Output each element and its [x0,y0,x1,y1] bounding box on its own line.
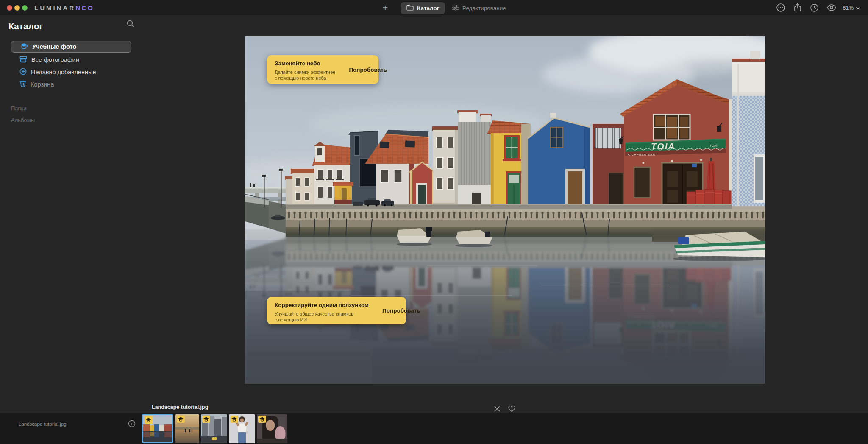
sidebar-title: Каталог [8,21,43,31]
tutorial-badge-icon [177,416,185,423]
callout-body-line1: Делайте снимки эффектнее [275,70,335,75]
share-button[interactable] [789,0,806,15]
top-bar: LUMINARNEO + Каталог Редактирование [0,0,868,15]
thumbnail-canal-houses[interactable] [142,414,173,443]
callout-body-line1: Улучшайте общее качество снимков [275,311,353,316]
folder-icon [406,5,414,12]
search-icon[interactable] [126,20,136,29]
tutorial-badge-icon [258,416,266,423]
awning-text: TOIA [651,141,676,151]
photos-library-icon [19,56,27,64]
window-close-button[interactable] [7,5,12,11]
sidebar-item-all-photos[interactable]: Все фотографии [11,54,131,66]
awning-subtext: A CAPELA BAR [628,153,655,156]
app-window: LUMINARNEO + Каталог Редактирование [0,0,868,444]
zoom-control[interactable]: 61% [843,5,860,11]
awning-text-right: TOIA [709,144,718,148]
close-icon[interactable] [492,405,502,413]
preview-eye-button[interactable] [823,0,840,15]
photo-canvas[interactable]: TOIA A CAPELA BAR TOIA [245,36,765,384]
sidebar-section-folders[interactable]: Папки [11,105,27,112]
sidebar-item-label: Корзина [31,81,54,88]
topbar-right-controls: 61% [772,0,868,15]
try-enhance-button[interactable]: Попробовать [375,297,428,324]
app-logo: LUMINARNEO [34,4,95,11]
sidebar-item-label: Учебные фото [32,43,76,50]
filmstrip: Landscape tutorial.jpg [0,413,868,444]
filmstrip-filename: Landscape tutorial.jpg [19,422,67,427]
history-button[interactable] [806,0,823,15]
callout-sky-replacement: Заменяйте небо Делайте снимки эффектнее … [267,55,378,84]
photo-caption: Landscape tutorial.jpg [152,404,208,410]
tab-edit-label: Редактирование [462,5,506,11]
callout-enhance: Корректируйте одним ползунком Улучшайте … [267,297,406,324]
thumbnail-city-street[interactable] [201,414,227,443]
sidebar-item-trash[interactable]: Корзина [11,78,131,90]
callout-title: Корректируйте одним ползунком [275,302,369,308]
plus-circle-icon [19,68,27,76]
zoom-value: 61% [843,5,854,11]
window-zoom-button[interactable] [22,5,28,11]
logo-primary: LUMINAR [34,4,75,11]
info-icon[interactable] [128,420,136,428]
tutorial-badge-icon [145,416,153,424]
add-photos-button[interactable]: + [380,2,391,14]
heart-icon[interactable] [507,405,516,413]
more-options-button[interactable] [772,0,789,15]
graduation-cap-icon [20,43,28,51]
sidebar-item-tutorial-photos[interactable]: Учебные фото [11,41,131,53]
logo-accent: NEO [75,4,95,11]
callout-title: Заменяйте небо [275,60,335,67]
tab-catalog[interactable]: Каталог [401,2,445,14]
callout-body-line2: с помощью ИИ [275,317,307,322]
tab-catalog-label: Каталог [417,5,439,11]
sidebar-item-recently-added[interactable]: Недавно добавленные [11,66,131,78]
tutorial-badge-icon [202,416,210,423]
callout-body-line2: с помощью нового неба [275,75,326,81]
chevron-down-icon [856,5,860,11]
try-sky-button[interactable]: Попробовать [341,55,395,84]
thumbnail-woman-white-top[interactable] [229,414,255,443]
sliders-icon [452,5,459,12]
window-minimize-button[interactable] [14,5,20,11]
trash-icon [19,80,26,89]
thumbnail-woman-portrait[interactable] [257,414,287,443]
sidebar-item-label: Все фотографии [31,56,79,63]
sidebar-item-label: Недавно добавленные [31,69,96,75]
tutorial-badge-icon [230,416,238,423]
thumbnail-beach-sunset[interactable] [175,414,199,443]
tab-edit[interactable]: Редактирование [446,2,512,14]
sidebar-section-albums[interactable]: Альбомы [11,117,35,123]
